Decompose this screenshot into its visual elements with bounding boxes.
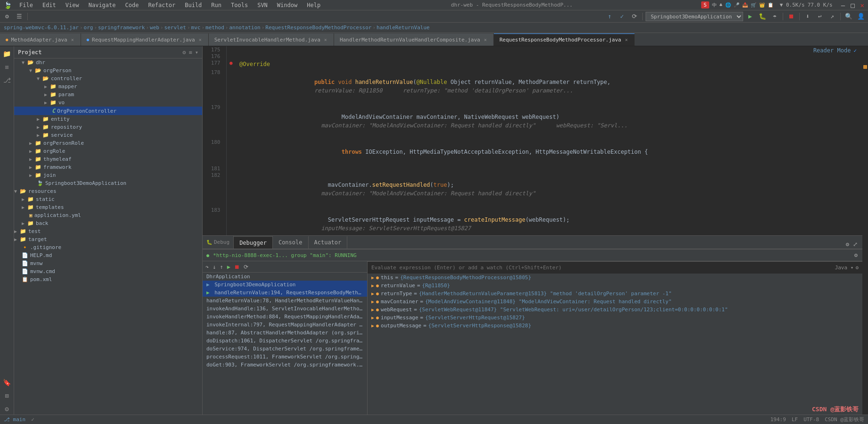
- tree-item-resources[interactable]: ▼ 📂 resources: [14, 187, 202, 195]
- tree-item-dhr[interactable]: ▼ 📂 dhr: [14, 58, 202, 67]
- tab-req-mapping[interactable]: ● RequestMappingHandlerAdapter.java ×: [81, 33, 209, 46]
- close-btn[interactable]: ✕: [860, 1, 864, 9]
- var-returntype[interactable]: ▶ ● returnType = {HandlerMethodReturnVal…: [368, 290, 862, 298]
- search-btn[interactable]: 🔍: [843, 12, 854, 21]
- tab-method-adapter[interactable]: ● MethodAdapter.java ×: [0, 33, 81, 46]
- tree-item-vo[interactable]: ▶ 📁 vo: [14, 99, 202, 107]
- toolbar-icon-8[interactable]: 📋: [768, 2, 773, 8]
- tree-item-orgrole[interactable]: ▶ 📁 orgRole: [14, 147, 202, 155]
- toolbar-icon-2[interactable]: ♣: [720, 2, 722, 8]
- toolbar-icon-6[interactable]: 🛒: [751, 2, 756, 8]
- tab-close-2[interactable]: ×: [198, 37, 203, 43]
- debug-tab-console[interactable]: Console: [273, 236, 309, 249]
- tree-item-orgpersonrole[interactable]: ▶ 📁 orgPersonRole: [14, 139, 202, 147]
- stack-frame-4[interactable]: invokeHandlerMethod:884, RequestMappingH…: [203, 313, 367, 321]
- tree-item-helpmd[interactable]: 📄 HELP.md: [14, 251, 202, 259]
- maximize-btn[interactable]: □: [851, 1, 854, 9]
- breadcrumb-mvc[interactable]: mvc: [191, 25, 201, 31]
- breadcrumb-springframework[interactable]: springframework: [98, 25, 145, 31]
- toolbar-icon-4[interactable]: 🎤: [734, 2, 739, 8]
- resume-icon[interactable]: ▶: [226, 263, 231, 271]
- eval-input[interactable]: [371, 265, 835, 271]
- tab-close-4[interactable]: ×: [483, 37, 488, 43]
- menu-refactor[interactable]: Refactor: [146, 1, 177, 9]
- stack-frame-7[interactable]: doDispatch:1061, DispatcherServlet /org.…: [203, 337, 367, 345]
- code-container[interactable]: 175 176 177 ●: [203, 46, 862, 235]
- coverage-btn[interactable]: ☂: [770, 12, 780, 21]
- sidebar-icon-collapse[interactable]: ≡: [189, 49, 192, 56]
- tree-item-orgpersoncontroller[interactable]: C OrgPersonController: [14, 107, 202, 115]
- tree-item-gitignore[interactable]: 🔸 .gitignore: [14, 243, 202, 251]
- app-selector[interactable]: Springboot3DemoApplication: [646, 12, 743, 21]
- session-dhr[interactable]: DhrApplication: [203, 273, 367, 281]
- tree-item-service[interactable]: ▶ 📁 service: [14, 131, 202, 139]
- svn-update-btn[interactable]: ↑: [605, 12, 615, 21]
- restart-icon[interactable]: ⟳: [243, 263, 249, 271]
- tab-close-1[interactable]: ×: [70, 37, 75, 43]
- menu-window[interactable]: Window: [275, 1, 299, 9]
- tree-item-back[interactable]: ▶ 📁 back: [14, 219, 202, 227]
- breadcrumb-method-name[interactable]: handleReturnValue: [377, 25, 430, 31]
- eval-settings-icon[interactable]: ⚙: [855, 265, 859, 271]
- tree-item-orgperson[interactable]: ▼ 📂 orgPerson: [14, 67, 202, 75]
- tree-item-repository[interactable]: ▶ 📁 repository: [14, 123, 202, 131]
- tree-item-applicationyml[interactable]: ▣ application.yml: [14, 211, 202, 219]
- bookmarks-btn[interactable]: 🔖: [1, 377, 13, 388]
- menu-run[interactable]: Run: [209, 1, 223, 9]
- stack-frame-1[interactable]: ▶ handleReturnValue:194, RequestResponse…: [203, 289, 367, 297]
- tree-item-templates[interactable]: ▶ 📁 templates: [14, 203, 202, 211]
- tree-item-mapper[interactable]: ▶ 📁 mapper: [14, 83, 202, 91]
- breadcrumb-class[interactable]: RequestResponseBodyMethodProcessor: [265, 25, 371, 31]
- reader-mode-toggle[interactable]: ✓: [853, 48, 857, 54]
- tab-handler-composite[interactable]: HandlerMethodReturnValueHandlerComposite…: [334, 33, 494, 46]
- menu-build[interactable]: Build: [183, 1, 204, 9]
- tree-item-entity[interactable]: ▶ 📁 entity: [14, 115, 202, 123]
- step-into-icon[interactable]: ↓: [212, 263, 217, 271]
- reader-mode-btn[interactable]: Reader Mode: [813, 47, 851, 54]
- tree-item-static[interactable]: ▶ 📁 static: [14, 195, 202, 203]
- menu-code[interactable]: Code: [123, 1, 141, 9]
- stack-frame-2[interactable]: handleReturnValue:78, HandlerMethodRetur…: [203, 297, 367, 305]
- minimize-btn[interactable]: —: [841, 1, 845, 9]
- breadcrumb-org[interactable]: org: [84, 25, 93, 31]
- step-over-icon[interactable]: ↷: [205, 263, 210, 271]
- stack-frame-9[interactable]: processRequest:1011, FrameworkServlet /o…: [203, 353, 367, 361]
- tree-item-controller[interactable]: ▼ 📂 controller: [14, 75, 202, 83]
- tree-item-target[interactable]: ▶ 📁 target: [14, 235, 202, 243]
- stack-frame-3[interactable]: invokeAndHandle:136, ServletInvocableHan…: [203, 305, 367, 313]
- breadcrumb-annotation[interactable]: annotation: [229, 25, 260, 31]
- stop-debug-icon[interactable]: ⏹: [233, 263, 241, 271]
- git-push-btn[interactable]: ↗: [827, 12, 837, 21]
- breadcrumb-method[interactable]: method: [205, 25, 224, 31]
- toolbar-icon-3[interactable]: 🌐: [725, 2, 731, 8]
- expand-debug-icon[interactable]: ⤢: [852, 240, 859, 249]
- debug-btn[interactable]: 🐛: [757, 12, 768, 21]
- menu-edit[interactable]: Edit: [41, 1, 58, 9]
- svn-commit-btn[interactable]: ✓: [617, 12, 627, 21]
- debug-tab-debugger[interactable]: Debugger: [234, 236, 273, 249]
- tree-item-join[interactable]: ▶ 📁 join: [14, 171, 202, 179]
- project-structure-btn[interactable]: ⚙: [2, 12, 12, 21]
- sidebar-icon-settings[interactable]: ▾: [195, 49, 198, 56]
- tree-item-test[interactable]: ▶ 📁 test: [14, 227, 202, 235]
- var-inputmessage[interactable]: ▶ ● inputMessage = {ServletServerHttpReq…: [368, 314, 862, 322]
- project-view-btn[interactable]: 📁: [1, 48, 13, 59]
- toolbar-icon-1[interactable]: 中: [712, 2, 717, 8]
- var-this[interactable]: ▶ ● this = {RequestResponseBodyMethodPro…: [368, 274, 862, 282]
- settings-left-btn[interactable]: ⚙: [1, 403, 13, 415]
- stop-btn[interactable]: ⏹: [786, 12, 796, 21]
- var-mavcontainer[interactable]: ▶ ● mavContainer = {ModelAndViewContaine…: [368, 298, 862, 306]
- var-returnvalue[interactable]: ▶ ● returnValue = {R@11850}: [368, 282, 862, 290]
- tree-item-mvnw[interactable]: 📄 mvnw: [14, 259, 202, 267]
- stack-frame-5[interactable]: invokeInternal:797, RequestMappingHandle…: [203, 321, 367, 329]
- menu-navigate[interactable]: Navigate: [87, 1, 118, 9]
- step-out-icon[interactable]: ↑: [219, 263, 224, 271]
- toolbar-icon-5[interactable]: 📥: [742, 2, 748, 8]
- toolbar-icon-7[interactable]: 👑: [759, 2, 765, 8]
- breadcrumb-web[interactable]: web: [150, 25, 159, 31]
- tree-item-framework[interactable]: ▶ 📁 framework: [14, 163, 202, 171]
- var-outputmessage[interactable]: ▶ ● outputMessage = {ServletServerHttpRe…: [368, 322, 862, 330]
- menu-file[interactable]: File: [17, 1, 35, 9]
- filter-icon[interactable]: ⚙: [853, 251, 859, 259]
- svn-history-btn[interactable]: ⟳: [629, 12, 639, 21]
